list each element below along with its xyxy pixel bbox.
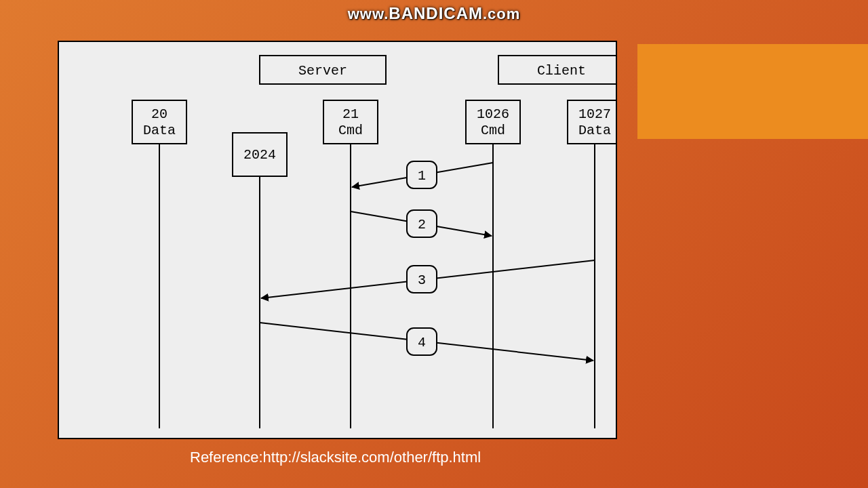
port-2024-box: 2024 (233, 133, 287, 176)
port-21-role: Cmd (338, 123, 363, 138)
sequence-diagram: Server Client 20 Data 2024 21 Cmd (59, 42, 616, 438)
watermark-brand: BANDICAM (389, 4, 483, 22)
port-1026-num: 1026 (477, 106, 509, 122)
port-1027-box: 1027 Data (568, 100, 616, 144)
bandicam-watermark: www.BANDICAM.com (0, 4, 868, 23)
port-20-role: Data (143, 123, 176, 138)
port-2024-num: 2024 (243, 147, 276, 163)
step-4-label: 4 (418, 335, 426, 350)
step-1-label: 1 (418, 168, 426, 184)
port-1026-role: Cmd (481, 123, 505, 138)
watermark-suffix: .com (483, 5, 520, 22)
step-3-label: 3 (418, 272, 426, 288)
port-1027-role: Data (578, 123, 611, 138)
accent-block (637, 44, 868, 139)
port-20-box: 20 Data (132, 100, 186, 144)
reference-text: Reference:http://slacksite.com/other/ftp… (190, 449, 481, 466)
slide-stage: www.BANDICAM.com Server Client 20 (0, 0, 868, 488)
port-1027-num: 1027 (578, 106, 611, 122)
port-21-num: 21 (342, 106, 359, 122)
step-2-label: 2 (418, 217, 426, 232)
client-header: Client (537, 63, 586, 79)
port-21-box: 21 Cmd (323, 100, 378, 144)
port-20-num: 20 (151, 106, 167, 122)
watermark-prefix: www. (348, 5, 389, 22)
server-header: Server (298, 63, 347, 79)
diagram-panel: Server Client 20 Data 2024 21 Cmd (58, 41, 617, 439)
port-1026-box: 1026 Cmd (466, 100, 520, 144)
